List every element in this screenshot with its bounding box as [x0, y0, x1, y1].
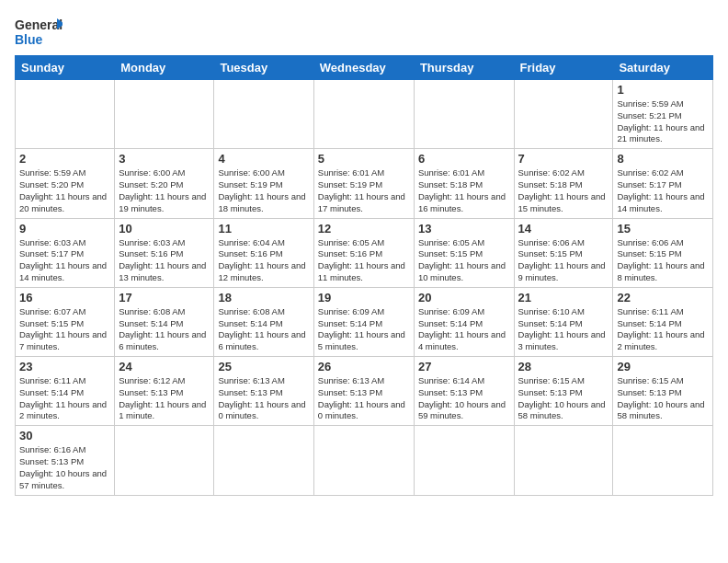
day-info: Sunrise: 6:06 AM Sunset: 5:15 PM Dayligh… [617, 237, 709, 284]
calendar-cell: 26Sunrise: 6:13 AM Sunset: 5:13 PM Dayli… [313, 357, 414, 426]
day-info: Sunrise: 6:07 AM Sunset: 5:15 PM Dayligh… [19, 306, 110, 353]
day-info: Sunrise: 6:05 AM Sunset: 5:16 PM Dayligh… [318, 237, 410, 284]
weekday-header-monday: Monday [115, 56, 214, 80]
calendar-cell [115, 80, 214, 149]
day-number: 13 [418, 222, 510, 236]
day-info: Sunrise: 6:01 AM Sunset: 5:19 PM Dayligh… [318, 167, 410, 214]
day-number: 11 [218, 222, 309, 236]
generalblue-logo: General Blue [15, 15, 63, 48]
day-info: Sunrise: 6:13 AM Sunset: 5:13 PM Dayligh… [318, 375, 410, 422]
day-number: 25 [218, 360, 309, 373]
day-info: Sunrise: 5:59 AM Sunset: 5:20 PM Dayligh… [19, 167, 110, 214]
calendar-table: SundayMondayTuesdayWednesdayThursdayFrid… [15, 55, 713, 496]
calendar-cell: 15Sunrise: 6:06 AM Sunset: 5:15 PM Dayli… [613, 218, 713, 287]
calendar-cell: 22Sunrise: 6:11 AM Sunset: 5:14 PM Dayli… [613, 287, 713, 356]
day-number: 23 [19, 360, 110, 373]
day-info: Sunrise: 6:14 AM Sunset: 5:13 PM Dayligh… [418, 375, 510, 422]
calendar-cell: 4Sunrise: 6:00 AM Sunset: 5:19 PM Daylig… [214, 149, 313, 218]
calendar-cell: 17Sunrise: 6:08 AM Sunset: 5:14 PM Dayli… [115, 287, 214, 356]
day-info: Sunrise: 6:04 AM Sunset: 5:16 PM Dayligh… [218, 237, 309, 284]
calendar-cell: 23Sunrise: 6:11 AM Sunset: 5:14 PM Dayli… [16, 357, 115, 426]
weekday-header-friday: Friday [514, 56, 613, 80]
day-number: 22 [617, 291, 709, 304]
calendar-week-row: 1Sunrise: 5:59 AM Sunset: 5:21 PM Daylig… [16, 80, 713, 149]
day-number: 12 [318, 222, 410, 236]
calendar-cell [414, 80, 514, 149]
calendar-cell [214, 426, 313, 495]
weekday-header-saturday: Saturday [613, 56, 713, 80]
calendar-cell: 25Sunrise: 6:13 AM Sunset: 5:13 PM Dayli… [214, 357, 313, 426]
day-number: 6 [418, 152, 510, 166]
day-number: 17 [119, 291, 210, 304]
day-number: 14 [518, 222, 609, 236]
day-info: Sunrise: 6:11 AM Sunset: 5:14 PM Dayligh… [19, 375, 110, 422]
day-number: 5 [318, 152, 410, 166]
day-info: Sunrise: 6:00 AM Sunset: 5:20 PM Dayligh… [119, 167, 210, 214]
day-info: Sunrise: 6:11 AM Sunset: 5:14 PM Dayligh… [617, 306, 709, 353]
calendar-cell [514, 80, 613, 149]
calendar-week-row: 16Sunrise: 6:07 AM Sunset: 5:15 PM Dayli… [16, 287, 713, 356]
calendar-cell [214, 80, 313, 149]
calendar-week-row: 23Sunrise: 6:11 AM Sunset: 5:14 PM Dayli… [16, 357, 713, 426]
calendar-week-row: 9Sunrise: 6:03 AM Sunset: 5:17 PM Daylig… [16, 218, 713, 287]
calendar-week-row: 2Sunrise: 5:59 AM Sunset: 5:20 PM Daylig… [16, 149, 713, 218]
weekday-header-thursday: Thursday [414, 56, 514, 80]
logo: General Blue [15, 15, 63, 48]
calendar-header-row: SundayMondayTuesdayWednesdayThursdayFrid… [16, 56, 713, 80]
day-number: 8 [617, 152, 709, 166]
day-number: 27 [418, 360, 510, 373]
day-number: 15 [617, 222, 709, 236]
day-info: Sunrise: 6:02 AM Sunset: 5:17 PM Dayligh… [617, 167, 709, 214]
day-info: Sunrise: 6:12 AM Sunset: 5:13 PM Dayligh… [119, 375, 210, 422]
calendar-cell: 24Sunrise: 6:12 AM Sunset: 5:13 PM Dayli… [115, 357, 214, 426]
calendar-cell [16, 80, 115, 149]
day-info: Sunrise: 6:02 AM Sunset: 5:18 PM Dayligh… [518, 167, 609, 214]
day-number: 1 [617, 83, 709, 97]
day-number: 19 [318, 291, 410, 304]
calendar-cell: 16Sunrise: 6:07 AM Sunset: 5:15 PM Dayli… [16, 287, 115, 356]
day-number: 10 [119, 222, 210, 236]
day-info: Sunrise: 6:06 AM Sunset: 5:15 PM Dayligh… [518, 237, 609, 284]
svg-text:General: General [15, 17, 63, 32]
calendar-cell: 12Sunrise: 6:05 AM Sunset: 5:16 PM Dayli… [313, 218, 414, 287]
day-number: 2 [19, 152, 110, 166]
day-info: Sunrise: 6:08 AM Sunset: 5:14 PM Dayligh… [119, 306, 210, 353]
day-number: 28 [518, 360, 609, 373]
weekday-header-tuesday: Tuesday [214, 56, 313, 80]
day-info: Sunrise: 6:10 AM Sunset: 5:14 PM Dayligh… [518, 306, 609, 353]
calendar-cell: 21Sunrise: 6:10 AM Sunset: 5:14 PM Dayli… [514, 287, 613, 356]
day-info: Sunrise: 6:03 AM Sunset: 5:17 PM Dayligh… [19, 237, 110, 284]
calendar-cell [514, 426, 613, 495]
calendar-cell: 8Sunrise: 6:02 AM Sunset: 5:17 PM Daylig… [613, 149, 713, 218]
day-number: 4 [218, 152, 309, 166]
day-info: Sunrise: 6:01 AM Sunset: 5:18 PM Dayligh… [418, 167, 510, 214]
calendar-cell: 6Sunrise: 6:01 AM Sunset: 5:18 PM Daylig… [414, 149, 514, 218]
calendar-cell: 9Sunrise: 6:03 AM Sunset: 5:17 PM Daylig… [16, 218, 115, 287]
day-info: Sunrise: 6:09 AM Sunset: 5:14 PM Dayligh… [418, 306, 510, 353]
calendar-cell: 14Sunrise: 6:06 AM Sunset: 5:15 PM Dayli… [514, 218, 613, 287]
calendar-cell [313, 426, 414, 495]
day-number: 24 [119, 360, 210, 373]
day-number: 26 [318, 360, 410, 373]
weekday-header-sunday: Sunday [16, 56, 115, 80]
svg-text:Blue: Blue [15, 32, 43, 47]
day-number: 16 [19, 291, 110, 304]
day-info: Sunrise: 6:16 AM Sunset: 5:13 PM Dayligh… [19, 444, 110, 491]
day-info: Sunrise: 5:59 AM Sunset: 5:21 PM Dayligh… [617, 98, 709, 145]
day-info: Sunrise: 6:00 AM Sunset: 5:19 PM Dayligh… [218, 167, 309, 214]
calendar-cell: 19Sunrise: 6:09 AM Sunset: 5:14 PM Dayli… [313, 287, 414, 356]
day-number: 30 [19, 429, 110, 442]
calendar-cell [414, 426, 514, 495]
calendar-cell: 7Sunrise: 6:02 AM Sunset: 5:18 PM Daylig… [514, 149, 613, 218]
calendar-cell: 10Sunrise: 6:03 AM Sunset: 5:16 PM Dayli… [115, 218, 214, 287]
calendar-cell: 2Sunrise: 5:59 AM Sunset: 5:20 PM Daylig… [16, 149, 115, 218]
calendar-cell: 3Sunrise: 6:00 AM Sunset: 5:20 PM Daylig… [115, 149, 214, 218]
day-number: 3 [119, 152, 210, 166]
calendar-cell: 18Sunrise: 6:08 AM Sunset: 5:14 PM Dayli… [214, 287, 313, 356]
day-number: 9 [19, 222, 110, 236]
weekday-header-wednesday: Wednesday [313, 56, 414, 80]
calendar-cell: 20Sunrise: 6:09 AM Sunset: 5:14 PM Dayli… [414, 287, 514, 356]
calendar-cell: 27Sunrise: 6:14 AM Sunset: 5:13 PM Dayli… [414, 357, 514, 426]
day-info: Sunrise: 6:05 AM Sunset: 5:15 PM Dayligh… [418, 237, 510, 284]
calendar-cell: 29Sunrise: 6:15 AM Sunset: 5:13 PM Dayli… [613, 357, 713, 426]
